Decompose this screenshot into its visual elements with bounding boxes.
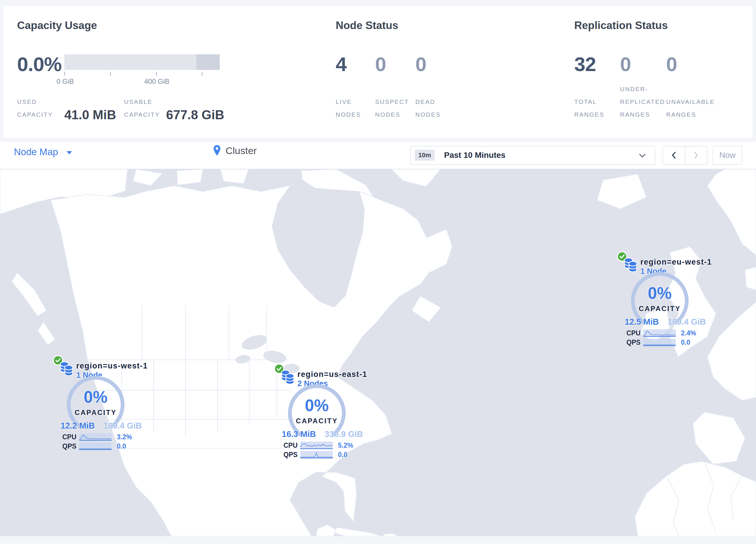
- suspect-nodes-value: 0: [375, 53, 386, 76]
- capacity-label: CAPACITY: [276, 417, 357, 425]
- region-marker-us-west-1[interactable]: region=us-west-1 1 Node 0% CAPACITY 12.2…: [52, 355, 151, 451]
- cpu-value: 3.2%: [117, 433, 132, 441]
- qps-value: 0.0: [338, 451, 347, 459]
- qps-sparkline: [643, 339, 676, 346]
- cpu-sparkline: [643, 329, 676, 337]
- chevron-left-icon: [672, 151, 676, 159]
- africa: [635, 461, 756, 536]
- capacity-axis-tick: [110, 72, 111, 76]
- capacity-axis-tick: [64, 72, 65, 76]
- view-selector-dropdown[interactable]: Node Map: [14, 146, 72, 157]
- region-label: region=eu-west-1: [640, 257, 712, 266]
- capacity-percent: 0%: [276, 396, 357, 415]
- usable-capacity-value: 677.8 GiB: [166, 108, 224, 122]
- under-replicated-ranges-value: 0: [620, 53, 631, 76]
- world-map: [0, 169, 756, 536]
- qps-label: QPS: [62, 443, 79, 450]
- usable-capacity-label: USABLE CAPACITY: [124, 83, 169, 121]
- time-step-forward-button[interactable]: [685, 146, 707, 164]
- total-capacity: 169.4 GiB: [668, 317, 706, 327]
- cpu-value: 2.4%: [681, 329, 696, 337]
- cpu-label: CPU: [62, 433, 79, 441]
- map-pin-icon: [213, 145, 221, 156]
- total-capacity: 169.4 GiB: [103, 421, 142, 431]
- qps-value: 0.0: [681, 339, 690, 347]
- region-label: region=us-west-1: [76, 362, 148, 371]
- used-capacity-label: USED CAPACITY: [17, 83, 62, 121]
- time-step-buttons: [663, 146, 707, 164]
- now-button[interactable]: Now: [713, 146, 742, 164]
- used-capacity: 12.5 MiB: [625, 317, 659, 327]
- qps-value: 0.0: [117, 443, 126, 450]
- now-button-label: Now: [719, 150, 735, 160]
- suspect-nodes-label: SUSPECT NODES: [375, 83, 411, 121]
- qps-label: QPS: [283, 451, 300, 459]
- time-step-back-button[interactable]: [663, 146, 685, 164]
- used-capacity: 12.2 MiB: [61, 421, 95, 431]
- capacity-percent: 0%: [619, 284, 700, 303]
- chevron-right-icon: [694, 151, 698, 159]
- map-toolbar: Node Map Cluster 10m Past 10 Minutes: [0, 141, 756, 169]
- cpu-value: 5.2%: [338, 442, 353, 449]
- capacity-label: CAPACITY: [55, 409, 136, 417]
- breadcrumb-label: Cluster: [226, 145, 257, 156]
- live-nodes-value: 4: [336, 53, 346, 76]
- caret-down-icon: [67, 151, 72, 154]
- cpu-label: CPU: [626, 329, 643, 337]
- total-ranges-label: TOTAL RANGES: [574, 83, 609, 121]
- breadcrumb[interactable]: Cluster: [213, 145, 257, 156]
- dead-nodes-label: DEAD NODES: [415, 83, 450, 121]
- used-capacity-value: 41.0 MiB: [64, 108, 116, 122]
- cpu-sparkline: [300, 442, 333, 449]
- chevron-down-icon: [639, 154, 646, 157]
- live-nodes-label: LIVE NODES: [336, 83, 370, 121]
- used-capacity: 16.3 MiB: [282, 429, 316, 439]
- region-label: region=us-east-1: [297, 370, 367, 379]
- dead-nodes-value: 0: [415, 53, 426, 76]
- view-selector-label: Node Map: [14, 146, 58, 157]
- capacity-label: CAPACITY: [619, 305, 700, 313]
- capacity-bar-other-segment: [196, 54, 220, 70]
- under-replicated-ranges-label: UNDER-REPLICATED RANGES: [620, 83, 669, 121]
- cpu-sparkline: [79, 433, 112, 441]
- cluster-overview-page: Capacity Usage 0.0% 0 GiB 400 GiB USED C…: [0, 0, 756, 544]
- capacity-axis-tick: [156, 72, 157, 76]
- time-range-label: Past 10 Minutes: [444, 150, 506, 160]
- capacity-usage-title: Capacity Usage: [17, 19, 97, 32]
- capacity-bar: [64, 54, 220, 70]
- unavailable-ranges-label: UNAVAILABLE RANGES: [666, 83, 715, 121]
- capacity-percent: 0%: [55, 387, 136, 407]
- region-marker-eu-west-1[interactable]: region=eu-west-1 1 Node 0% CAPACITY 12.5…: [617, 251, 715, 347]
- summary-card: Capacity Usage 0.0% 0 GiB 400 GiB USED C…: [3, 5, 753, 139]
- node-map: region=us-west-1 1 Node 0% CAPACITY 12.2…: [0, 169, 756, 536]
- time-range-badge: 10m: [415, 150, 435, 161]
- capacity-percent-value: 0.0%: [17, 53, 61, 76]
- qps-label: QPS: [626, 339, 643, 347]
- capacity-axis-tick: [202, 72, 202, 76]
- node-status-title: Node Status: [336, 19, 398, 32]
- replication-status-title: Replication Status: [574, 19, 668, 32]
- unavailable-ranges-value: 0: [666, 53, 677, 76]
- total-capacity: 338.9 GiB: [325, 429, 363, 439]
- time-range-selector[interactable]: 10m Past 10 Minutes: [410, 146, 655, 164]
- qps-sparkline: [300, 451, 333, 458]
- qps-sparkline: [79, 443, 112, 450]
- total-ranges-value: 32: [574, 53, 596, 76]
- region-marker-us-east-1[interactable]: region=us-east-1 2 Nodes 0% CAPACITY 16.…: [274, 363, 372, 459]
- cpu-label: CPU: [283, 442, 300, 449]
